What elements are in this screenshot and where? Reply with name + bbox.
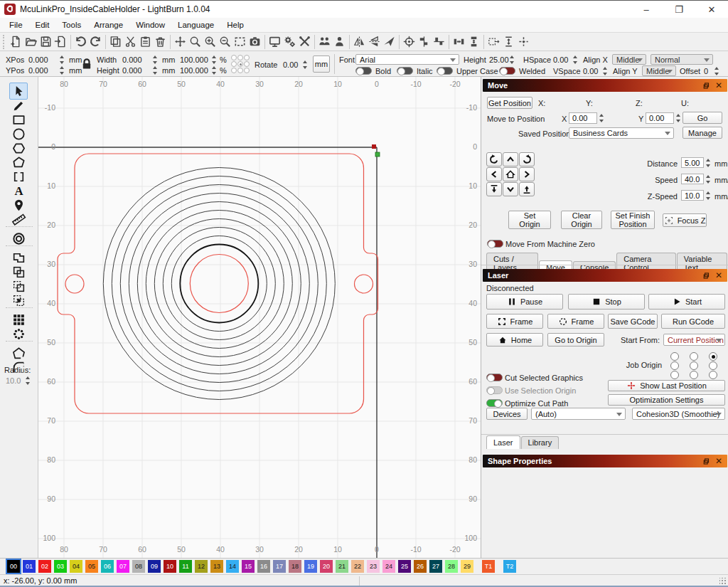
palette-swatch-14[interactable]: 14 <box>226 560 239 573</box>
job-origin-radio-0[interactable] <box>670 352 679 361</box>
height-percent-spinner[interactable] <box>210 65 218 75</box>
tab-laser[interactable]: Laser <box>486 435 520 449</box>
units-mm-button[interactable]: mm <box>313 55 330 73</box>
tab-library[interactable]: Library <box>521 436 560 449</box>
welded-toggle[interactable] <box>499 67 515 75</box>
mirror-across-line-button[interactable] <box>382 33 397 51</box>
device-settings-button[interactable] <box>297 33 312 51</box>
jog-right-button[interactable] <box>519 167 535 181</box>
palette-swatch-T2[interactable]: T2 <box>503 560 516 573</box>
move-laser-to-selection-button[interactable] <box>486 33 501 51</box>
set-finish-position-button[interactable]: Set Finish Position <box>611 211 655 229</box>
lock-aspect-icon[interactable] <box>80 57 94 71</box>
frame-circle-button[interactable]: Frame <box>547 314 604 329</box>
hspace-spinner[interactable] <box>572 55 579 65</box>
zoom-to-fit-button[interactable] <box>188 33 203 51</box>
flip-horizontal-button[interactable] <box>352 33 367 51</box>
job-origin-radio-5[interactable] <box>709 361 717 370</box>
save-file-button[interactable] <box>38 33 53 51</box>
import-file-button[interactable] <box>53 33 68 51</box>
menu-arrange[interactable]: Arrange <box>87 19 129 31</box>
undo-button[interactable] <box>73 33 88 51</box>
start-button[interactable]: Start <box>648 294 725 310</box>
move-from-machine-zero-toggle[interactable] <box>487 240 503 248</box>
go-to-origin-button[interactable]: Go to Origin <box>547 333 604 347</box>
palette-swatch-26[interactable]: 26 <box>414 560 427 573</box>
vspace-value[interactable]: 0.00 <box>583 67 598 76</box>
width-percent-spinner[interactable] <box>210 55 218 65</box>
redo-button[interactable] <box>88 33 103 51</box>
circular-array-tool[interactable] <box>9 325 28 342</box>
zspeed-input[interactable]: 10.0 <box>681 190 704 201</box>
zspeed-spinner[interactable] <box>705 191 712 201</box>
menu-language[interactable]: Language <box>171 19 220 31</box>
float-panel-icon[interactable] <box>702 458 710 465</box>
optimization-settings-button[interactable]: Optimization Settings <box>608 394 725 406</box>
radius-value[interactable]: 10.0 <box>6 376 21 386</box>
close-panel-icon[interactable]: ✕ <box>715 82 722 89</box>
clear-origin-button[interactable]: Clear Origin <box>561 211 602 229</box>
menu-window[interactable]: Window <box>129 19 171 31</box>
delete-button[interactable] <box>153 33 168 51</box>
cut-selected-toggle[interactable] <box>486 374 503 381</box>
offset-value[interactable]: 0 <box>704 67 708 76</box>
close-panel-icon[interactable]: ✕ <box>715 458 722 465</box>
menu-edit[interactable]: Edit <box>29 19 56 31</box>
job-origin-radio-7[interactable] <box>690 371 698 379</box>
aligny-dropdown[interactable]: Middle <box>642 65 676 76</box>
font-height-spinner[interactable] <box>508 55 516 65</box>
jog-down-button[interactable] <box>503 182 518 196</box>
zoom-in-button[interactable] <box>203 33 218 51</box>
workspace-canvas[interactable]: 8080707060605050404030302020101000-10-10… <box>38 77 481 558</box>
rotate-value[interactable]: 0.00 <box>283 60 298 70</box>
upper-case-toggle[interactable] <box>437 67 453 75</box>
palette-swatch-23[interactable]: 23 <box>367 560 380 573</box>
job-origin-radio-2[interactable] <box>709 352 717 361</box>
vspace-spinner[interactable] <box>601 66 609 76</box>
palette-swatch-25[interactable]: 25 <box>398 560 411 573</box>
hspace-value[interactable]: 0.00 <box>553 55 568 65</box>
distribute-horizontal-button[interactable] <box>451 33 466 51</box>
menu-file[interactable]: File <box>3 19 29 31</box>
minimize-button[interactable]: – <box>630 1 663 18</box>
align-vertical-button[interactable] <box>432 33 446 51</box>
pan-view-button[interactable] <box>173 33 188 51</box>
palette-swatch-12[interactable]: 12 <box>195 560 208 573</box>
paste-button[interactable] <box>138 33 153 51</box>
user-button[interactable] <box>332 33 347 51</box>
job-origin-radio-8[interactable] <box>709 371 717 379</box>
palette-swatch-17[interactable]: 17 <box>273 560 286 573</box>
palette-swatch-06[interactable]: 06 <box>101 560 114 573</box>
y-spinner[interactable] <box>675 113 682 123</box>
palette-swatch-T1[interactable]: T1 <box>482 560 495 573</box>
toolbar-drag-handle[interactable] <box>3 35 6 49</box>
offset-shapes-tool[interactable] <box>9 230 28 247</box>
frame-rect-button[interactable]: Frame <box>486 314 543 329</box>
jog-up-button[interactable] <box>503 152 518 166</box>
zoom-out-button[interactable] <box>218 33 232 51</box>
palette-swatch-02[interactable]: 02 <box>38 560 51 573</box>
float-panel-icon[interactable] <box>702 272 710 280</box>
float-panel-icon[interactable] <box>702 82 710 90</box>
width-value[interactable]: 0.000 <box>122 55 142 65</box>
set-origin-button[interactable]: Set Origin <box>508 211 551 229</box>
frame-selection-button[interactable] <box>232 33 247 51</box>
design-canvas[interactable]: 8080707060605050404030302020101000-10-10… <box>38 77 481 558</box>
space-vertically-button[interactable] <box>501 33 516 51</box>
palette-swatch-22[interactable]: 22 <box>351 560 364 573</box>
font-height-value[interactable]: 25.00 <box>489 55 509 65</box>
palette-swatch-09[interactable]: 09 <box>148 560 161 573</box>
run-gcode-button[interactable]: Run GCode <box>661 314 725 329</box>
use-selection-origin-toggle[interactable] <box>486 386 503 394</box>
cut-button[interactable] <box>123 33 138 51</box>
copy-button[interactable] <box>108 33 123 51</box>
user-group-button[interactable] <box>317 33 332 51</box>
palette-swatch-01[interactable]: 01 <box>23 560 36 573</box>
get-position-button[interactable]: Get Position <box>487 97 532 109</box>
palette-swatch-08[interactable]: 08 <box>132 560 145 573</box>
boolean-intersect-tool[interactable] <box>9 292 28 309</box>
palette-swatch-15[interactable]: 15 <box>242 560 255 573</box>
z-down-button[interactable] <box>486 182 502 196</box>
height-value[interactable]: 0.000 <box>122 66 142 75</box>
palette-swatch-13[interactable]: 13 <box>210 560 223 573</box>
